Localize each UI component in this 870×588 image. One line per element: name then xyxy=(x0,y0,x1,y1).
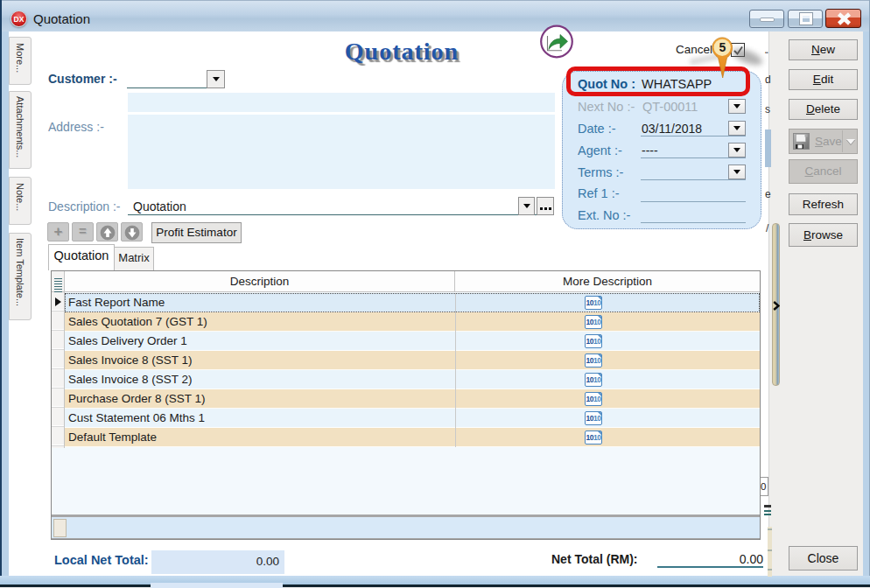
svg-text:5: 5 xyxy=(719,40,726,54)
